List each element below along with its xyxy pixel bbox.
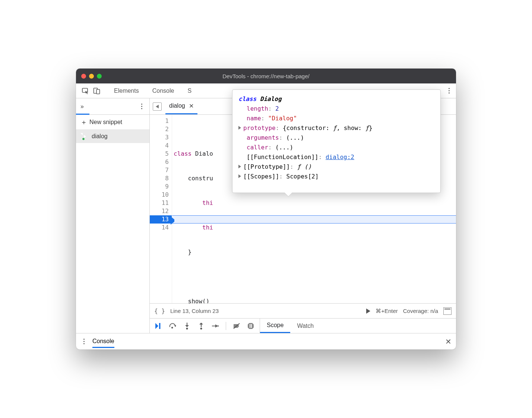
step-out-icon[interactable] [197, 322, 205, 330]
sidebar-more-icon[interactable] [138, 104, 145, 109]
device-toggle-icon[interactable] [93, 87, 101, 95]
zoom-window-button[interactable] [97, 74, 102, 79]
deactivate-breakpoints-icon[interactable] [233, 322, 240, 330]
run-snippet-icon[interactable] [366, 308, 370, 314]
svg-point-8 [200, 327, 202, 329]
close-window-button[interactable] [81, 74, 86, 79]
object-preview-popover: class Dialog length: 2 name: "Dialog" pr… [232, 89, 441, 193]
svg-rect-12 [250, 324, 250, 328]
expand-triangle-icon [238, 126, 241, 130]
editor-statusbar: { } Line 13, Column 23 ⌘+Enter Coverage:… [150, 303, 456, 318]
snippet-file-icon [83, 133, 89, 140]
window-title: DevTools - chrome://new-tab-page/ [76, 73, 456, 79]
expand-prototype[interactable]: prototype: {constructor: ƒ, show: ƒ} [238, 123, 434, 133]
inspect-element-icon[interactable] [82, 87, 89, 95]
line-gutter: 1 2 3 4 5 6 7 8 9 10 11 12 13 14 [150, 115, 172, 303]
file-tab-label: dialog [169, 102, 185, 109]
sidebar-tabs: » [76, 98, 149, 115]
debugger-toolbar: Scope Watch [150, 318, 456, 333]
window-titlebar: DevTools - chrome://new-tab-page/ [76, 69, 456, 83]
snippet-label: dialog [92, 133, 108, 140]
svg-rect-13 [251, 324, 252, 328]
coverage-status: Coverage: n/a [403, 308, 438, 314]
show-details-icon[interactable] [443, 307, 452, 315]
plus-icon: ＋ [80, 118, 87, 127]
close-tab-icon[interactable]: ✕ [189, 102, 194, 110]
tab-watch[interactable]: Watch [290, 319, 320, 333]
step-icon[interactable] [212, 322, 219, 330]
resume-icon[interactable] [155, 322, 162, 330]
close-drawer-icon[interactable]: ✕ [445, 337, 452, 346]
new-snippet-button[interactable]: ＋ New snippet [76, 115, 149, 130]
svg-point-10 [217, 325, 219, 327]
svg-point-4 [171, 327, 173, 329]
console-drawer: Console ✕ [76, 333, 456, 349]
tab-elements[interactable]: Elements [107, 83, 146, 98]
drawer-tab-console[interactable]: Console [92, 335, 114, 348]
file-tab-dialog[interactable]: dialog ✕ [165, 98, 197, 114]
devtools-window: DevTools - chrome://new-tab-page/ Elemen… [76, 69, 456, 349]
expand-triangle-icon [238, 165, 241, 168]
execution-line-highlight [172, 215, 456, 224]
svg-rect-2 [96, 89, 100, 94]
sidebar-overflow-icon[interactable]: » [80, 103, 84, 110]
pause-on-exceptions-icon[interactable] [247, 322, 254, 330]
pretty-print-icon[interactable]: { } [154, 307, 165, 314]
sidebar: » ＋ New snippet dialog [76, 98, 150, 333]
expand-triangle-icon [238, 174, 241, 178]
tab-sources-truncated[interactable]: S [181, 83, 193, 98]
drawer-more-icon[interactable] [80, 339, 87, 344]
tab-console[interactable]: Console [146, 83, 181, 98]
step-into-icon[interactable] [183, 322, 191, 330]
step-over-icon[interactable] [169, 322, 177, 330]
svg-point-6 [186, 327, 188, 329]
navigator-toggle-icon[interactable] [153, 102, 162, 111]
svg-rect-3 [159, 323, 161, 329]
minimize-window-button[interactable] [89, 74, 94, 79]
snippet-item-dialog[interactable]: dialog [76, 130, 149, 143]
tab-scope[interactable]: Scope [260, 319, 290, 333]
more-menu-icon[interactable] [446, 88, 452, 94]
function-location-link[interactable]: dialog:2 [326, 153, 354, 161]
execution-pointer-icon [171, 216, 174, 225]
traffic-lights [81, 74, 102, 79]
cursor-position: Line 13, Column 23 [170, 308, 219, 314]
run-shortcut: ⌘+Enter [376, 308, 398, 314]
new-snippet-label: New snippet [89, 119, 122, 126]
expand-scopes[interactable]: [[Scopes]]: Scopes[2] [238, 172, 434, 181]
expand-prototype-internal[interactable]: [[Prototype]]: ƒ () [238, 162, 434, 172]
